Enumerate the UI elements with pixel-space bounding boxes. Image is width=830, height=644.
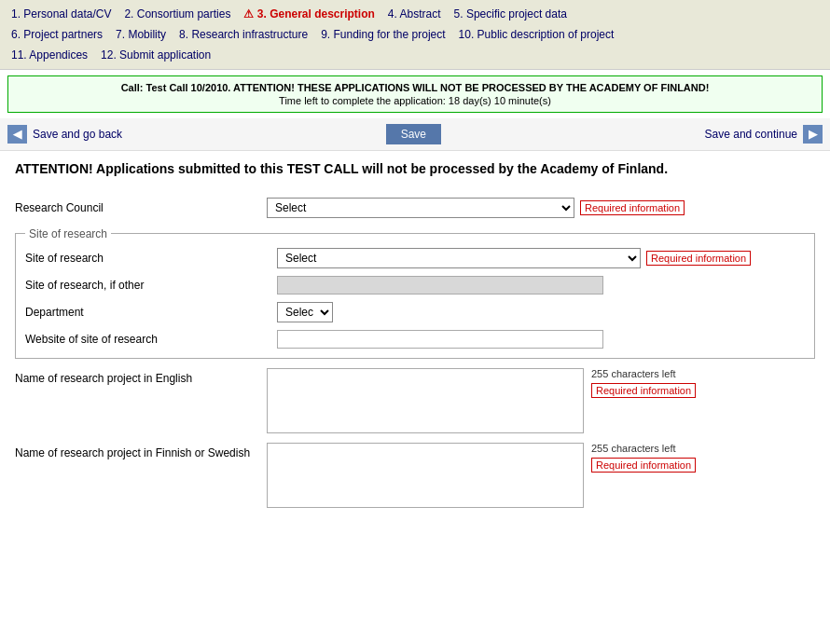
site-of-research-required: Required information (646, 251, 751, 266)
nav-item-11[interactable]: 11. Appendices (7, 47, 97, 63)
project-name-fi-meta: 255 characters left Required information (591, 443, 696, 473)
department-label: Department (25, 306, 277, 319)
site-of-research-row: Site of research Select Required informa… (25, 248, 805, 268)
nav-row-1: 1. Personal data/CV 2. Consortium partie… (7, 6, 823, 22)
nav-item-6[interactable]: 6. Project partners (7, 26, 112, 43)
department-row: Department Select (25, 302, 805, 322)
nav-item-10[interactable]: 10. Public description of project (455, 26, 624, 43)
nav-item-2[interactable]: 2. Consortium parties (120, 6, 240, 22)
forward-nav-button[interactable]: ▶ (803, 125, 823, 144)
save-and-go-back-button[interactable]: Save and go back (33, 128, 122, 141)
save-button[interactable]: Save (386, 124, 441, 144)
site-of-research-label: Site of research (25, 252, 277, 265)
website-input[interactable] (277, 330, 603, 349)
nav-item-4[interactable]: 4. Abstract (384, 6, 450, 22)
site-other-label: Site of research, if other (25, 279, 277, 292)
nav-item-9[interactable]: 9. Funding for the project (317, 26, 454, 43)
main-content: ATTENTION! Applications submitted to thi… (0, 151, 830, 527)
project-name-en-label: Name of research project in English (15, 368, 267, 385)
nav-row-3: 11. Appendices 12. Submit application (7, 47, 823, 63)
site-fieldset-legend: Site of research (25, 227, 111, 240)
action-bar: ◀ Save and go back Save Save and continu… (0, 118, 830, 151)
project-name-en-textarea[interactable] (267, 368, 584, 433)
project-name-fi-textarea[interactable] (267, 443, 584, 508)
site-of-research-fieldset: Site of research Site of research Select… (15, 227, 815, 359)
save-and-continue-button[interactable]: Save and continue (705, 128, 797, 141)
project-name-fi-label: Name of research project in Finnish or S… (15, 443, 267, 459)
info-line1: Call: Test Call 10/2010. ATTENTION! THES… (18, 82, 812, 93)
attention-text: ATTENTION! Applications submitted to thi… (15, 160, 815, 179)
website-label: Website of site of research (25, 333, 277, 346)
website-control (277, 330, 805, 349)
action-bar-right: Save and continue ▶ (705, 125, 823, 144)
project-name-en-required: Required information (591, 383, 696, 398)
project-name-fi-required: Required information (591, 458, 696, 473)
research-council-row: Research Council Select Required informa… (15, 198, 815, 218)
project-name-fi-row: Name of research project in Finnish or S… (15, 443, 815, 508)
nav-item-5[interactable]: 5. Specific project data (450, 6, 576, 22)
info-line2: Time left to complete the application: 1… (18, 95, 812, 106)
navigation-bar: 1. Personal data/CV 2. Consortium partie… (0, 0, 830, 70)
project-name-en-chars: 255 characters left (591, 368, 676, 379)
department-control: Select (277, 302, 805, 322)
nav-item-8[interactable]: 8. Research infrastructure (175, 26, 317, 43)
department-select[interactable]: Select (277, 302, 333, 322)
nav-row-2: 6. Project partners 7. Mobility 8. Resea… (7, 26, 823, 43)
site-of-research-control: Select Required information (277, 248, 805, 268)
site-other-input[interactable] (277, 276, 603, 295)
research-council-required: Required information (580, 200, 685, 215)
nav-item-7[interactable]: 7. Mobility (112, 26, 175, 43)
site-of-research-select[interactable]: Select (277, 248, 641, 268)
site-other-row: Site of research, if other (25, 276, 805, 295)
info-bar: Call: Test Call 10/2010. ATTENTION! THES… (7, 75, 823, 113)
nav-item-1[interactable]: 1. Personal data/CV (7, 6, 120, 22)
site-other-control (277, 276, 805, 295)
nav-item-12[interactable]: 12. Submit application (97, 47, 220, 63)
project-name-fi-chars: 255 characters left (591, 443, 676, 454)
nav-item-3[interactable]: ⚠ 3. General description (240, 6, 383, 22)
back-nav-button[interactable]: ◀ (7, 125, 27, 144)
warning-icon: ⚠ (243, 7, 254, 21)
research-council-select[interactable]: Select (267, 198, 574, 218)
research-council-label: Research Council (15, 201, 267, 214)
project-name-en-meta: 255 characters left Required information (591, 368, 696, 398)
project-name-en-row: Name of research project in English 255 … (15, 368, 815, 433)
website-row: Website of site of research (25, 330, 805, 349)
action-bar-left: ◀ Save and go back (7, 125, 122, 144)
research-council-control: Select Required information (267, 198, 815, 218)
